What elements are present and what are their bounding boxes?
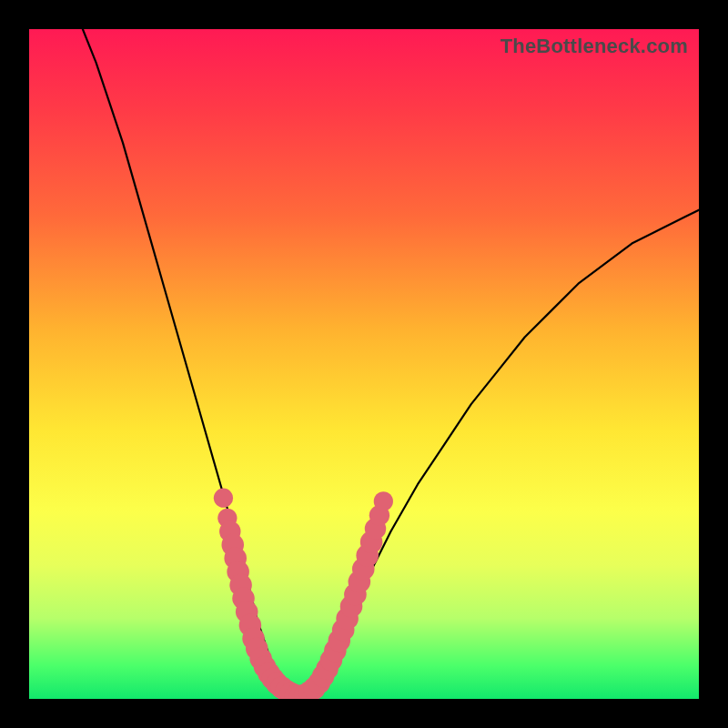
- chart-frame: TheBottleneck.com: [0, 0, 728, 728]
- plot-area: TheBottleneck.com: [29, 29, 699, 699]
- chart-svg: [29, 29, 699, 699]
- bottleneck-curve: [83, 29, 699, 699]
- highlight-dot: [214, 489, 233, 508]
- highlight-dot: [374, 491, 393, 511]
- highlight-dots-group: [214, 489, 393, 699]
